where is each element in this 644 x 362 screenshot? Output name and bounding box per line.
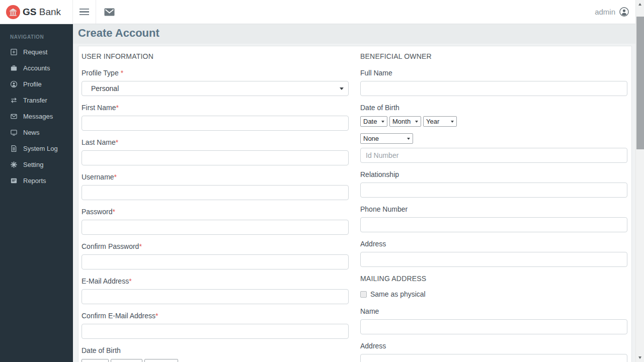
sidebar-item-news[interactable]: News bbox=[0, 124, 73, 140]
relationship-group: Relationship bbox=[360, 170, 627, 198]
user-avatar-icon bbox=[619, 7, 629, 17]
content-area: Create Account USER INFORMATION Profile … bbox=[73, 24, 635, 362]
full-name-input[interactable] bbox=[360, 81, 627, 96]
mailing-name-group: Name bbox=[360, 307, 627, 334]
sidebar-item-messages[interactable]: Messages bbox=[0, 108, 73, 124]
mailing-address-group: Address bbox=[360, 342, 627, 362]
owner-dob-date-select[interactable]: Date bbox=[360, 116, 387, 127]
owner-address-label: Address bbox=[360, 240, 627, 248]
required-asterisk: * bbox=[116, 138, 118, 146]
sidebar-item-label: Request bbox=[23, 48, 47, 56]
sidebar-item-setting[interactable]: Setting bbox=[0, 156, 73, 172]
confirm-password-group: Confirm Password* bbox=[82, 242, 349, 269]
email-input[interactable] bbox=[82, 289, 349, 304]
required-asterisk: * bbox=[112, 208, 115, 216]
sidebar-item-profile[interactable]: Profile bbox=[0, 76, 73, 92]
report-card-icon bbox=[10, 177, 18, 185]
hamburger-icon bbox=[79, 7, 89, 17]
vertical-scrollbar[interactable] bbox=[635, 0, 644, 362]
sidebar-item-label: Setting bbox=[23, 161, 43, 168]
sidebar-item-transfer[interactable]: Transfer bbox=[0, 92, 73, 108]
confirm-email-input[interactable] bbox=[82, 324, 349, 339]
relationship-input[interactable] bbox=[360, 183, 627, 198]
gear-icon bbox=[10, 161, 18, 168]
same-as-physical-checkbox[interactable] bbox=[360, 291, 367, 298]
chevron-down-icon bbox=[451, 121, 454, 123]
last-name-label: Last Name* bbox=[82, 138, 349, 146]
dob-year-select[interactable]: Year bbox=[144, 359, 178, 362]
owner-dob-year-select[interactable]: Year bbox=[423, 116, 457, 127]
mailing-name-input[interactable] bbox=[360, 319, 627, 334]
mailing-address-input[interactable] bbox=[360, 354, 627, 362]
first-name-input[interactable] bbox=[82, 116, 349, 131]
phone-number-input[interactable] bbox=[360, 217, 627, 232]
sidebar-item-label: News bbox=[23, 129, 40, 136]
sidebar-item-label: Accounts bbox=[23, 64, 50, 72]
chevron-down-icon bbox=[340, 87, 344, 90]
sidebar-item-reports[interactable]: Reports bbox=[0, 172, 73, 189]
owner-dob-month-select[interactable]: Month bbox=[389, 116, 421, 127]
required-asterisk: * bbox=[155, 312, 158, 320]
phone-number-label: Phone Number bbox=[360, 205, 627, 213]
file-text-icon bbox=[10, 145, 18, 152]
chevron-down-icon bbox=[381, 121, 384, 123]
required-asterisk: * bbox=[129, 277, 131, 285]
confirm-email-group: Confirm E-Mail Address* bbox=[82, 312, 349, 339]
required-asterisk: * bbox=[116, 104, 118, 112]
sidebar: NAVIGATION Request Accounts bbox=[0, 24, 73, 362]
password-input[interactable] bbox=[82, 220, 349, 235]
password-label: Password* bbox=[82, 208, 349, 216]
sidebar-item-label: Profile bbox=[23, 80, 42, 88]
sidebar-item-label: System Log bbox=[23, 145, 58, 152]
section-title-mailing-address: MAILING ADDRESS bbox=[360, 275, 627, 283]
id-type-select[interactable]: None bbox=[360, 133, 413, 144]
brand-name: GS Bank bbox=[23, 7, 61, 18]
confirm-email-label: Confirm E-Mail Address* bbox=[82, 312, 349, 320]
messages-button[interactable] bbox=[96, 0, 122, 24]
profile-type-selected-value: Personal bbox=[91, 84, 119, 93]
scrollbar-thumb[interactable] bbox=[636, 17, 644, 149]
id-number-group bbox=[360, 148, 627, 163]
brand-logo[interactable]: GS Bank bbox=[0, 0, 73, 24]
plus-square-icon bbox=[10, 48, 18, 56]
dob-date-select[interactable]: Date bbox=[82, 359, 109, 362]
mailing-name-label: Name bbox=[360, 307, 627, 315]
top-bar: GS Bank admin bbox=[0, 0, 635, 24]
scroll-down-arrow-icon[interactable] bbox=[636, 353, 644, 362]
sidebar-item-system-log[interactable]: System Log bbox=[0, 140, 73, 156]
last-name-input[interactable] bbox=[82, 150, 349, 165]
page-title: Create Account bbox=[78, 27, 630, 40]
nav-section-label: NAVIGATION bbox=[0, 29, 73, 44]
sidebar-item-request[interactable]: Request bbox=[0, 44, 73, 60]
first-name-group: First Name* bbox=[82, 104, 349, 131]
profile-type-select[interactable]: Personal bbox=[82, 81, 349, 96]
mailing-address-label: Address bbox=[360, 342, 627, 350]
username-input[interactable] bbox=[82, 185, 349, 200]
bank-logo-icon bbox=[6, 5, 20, 19]
dob-group: Date of Birth Date Month Year bbox=[82, 346, 349, 362]
monitor-icon bbox=[10, 129, 18, 136]
sidebar-item-accounts[interactable]: Accounts bbox=[0, 60, 73, 76]
section-title-beneficial-owner: BENEFICIAL OWNER bbox=[360, 52, 627, 60]
last-name-group: Last Name* bbox=[82, 138, 349, 165]
sidebar-item-label: Messages bbox=[23, 113, 53, 120]
id-number-input[interactable] bbox=[360, 148, 627, 163]
confirm-password-input[interactable] bbox=[82, 254, 349, 269]
sidebar-toggle-button[interactable] bbox=[73, 0, 96, 24]
scroll-up-arrow-icon[interactable] bbox=[636, 0, 644, 9]
sidebar-item-label: Reports bbox=[23, 177, 46, 185]
required-asterisk: * bbox=[114, 173, 117, 181]
user-menu[interactable]: admin bbox=[595, 0, 635, 24]
owner-address-group: Address bbox=[360, 240, 627, 267]
envelope-icon bbox=[104, 8, 115, 16]
email-group: E-Mail Address* bbox=[82, 277, 349, 304]
app-window: GS Bank admin NAVIGATION bbox=[0, 0, 635, 362]
dob-month-select[interactable]: Month bbox=[111, 359, 142, 362]
owner-address-input[interactable] bbox=[360, 252, 627, 267]
first-name-label: First Name* bbox=[82, 104, 349, 112]
full-name-label: Full Name bbox=[360, 69, 627, 77]
confirm-password-label: Confirm Password* bbox=[82, 242, 349, 250]
create-account-form: USER INFORMATION Profile Type* Personal … bbox=[78, 46, 632, 362]
section-title-user-information: USER INFORMATION bbox=[82, 52, 349, 60]
page-header: Create Account bbox=[73, 24, 635, 44]
